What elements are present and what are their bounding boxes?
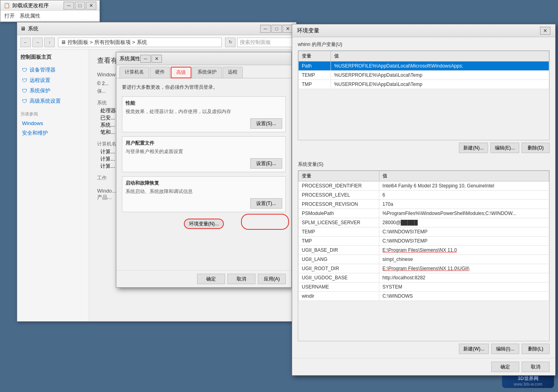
- envvar-title: 环境变量: [297, 27, 319, 34]
- sidebar-item-device-manager[interactable]: 🛡 设备管理器: [20, 65, 86, 75]
- tab-protection[interactable]: 系统保护: [192, 67, 222, 78]
- menu-sysprop[interactable]: 系统属性: [20, 12, 40, 20]
- nav-forward-btn[interactable]: →: [32, 38, 43, 47]
- cp-navbar: ← → ↑ 🖥 控制面板 > 所有控制面板项 > 系统 ↻ 搜索控制面板: [17, 35, 296, 50]
- table-row[interactable]: PROCESSOR_IDENTIFIERIntel64 Family 6 Mod…: [299, 181, 549, 191]
- env-vars-btn[interactable]: 环境变量(N)...: [184, 219, 224, 229]
- sidebar-item-windows[interactable]: Windows: [20, 119, 86, 128]
- performance-settings-btn[interactable]: 设置(S)...: [250, 118, 282, 129]
- sysprop-titlebar: 系统属性 ─ ✕: [116, 52, 291, 65]
- sysprop-minimize-btn[interactable]: ─: [140, 55, 151, 63]
- programs-close-btn[interactable]: ✕: [86, 2, 96, 10]
- sys-var-name: UGII_ROOT_DIR: [299, 264, 379, 273]
- userprofile-desc: 与登录账户相关的桌面设置: [126, 148, 282, 155]
- table-row[interactable]: UGII_LANGsimpl_chinese: [299, 255, 549, 264]
- user-edit-btn[interactable]: 编辑(E)...: [490, 143, 519, 153]
- table-row[interactable]: UGII_UGDOC_BASEhttp://localhost:8282: [299, 273, 549, 283]
- table-row[interactable]: TEMP%USERPROFILE%\AppData\Local\Temp: [299, 71, 549, 80]
- performance-title: 性能: [126, 100, 282, 107]
- table-row[interactable]: TEMPC:\WINDOWS\TEMP: [299, 227, 549, 237]
- user-col-name: 变量: [299, 51, 331, 62]
- sys-col-name: 变量: [299, 171, 379, 181]
- sys-delete-btn[interactable]: 删除(L): [522, 344, 550, 354]
- programs-minimize-btn[interactable]: ─: [64, 2, 74, 10]
- user-var-name: TEMP: [299, 71, 331, 80]
- envvar-titlebar: 环境变量 ✕: [292, 24, 555, 37]
- user-btn-row: 新建(N)... 编辑(E)... 删除(D): [298, 143, 550, 153]
- user-var-value: %USERPROFILE%\AppData\Local\Temp: [331, 71, 549, 80]
- tab-hardware[interactable]: 硬件: [150, 67, 170, 78]
- sys-new-btn[interactable]: 新建(W)...: [459, 344, 489, 354]
- sidebar-item-advanced[interactable]: 🛡 高级系统设置: [20, 96, 86, 106]
- sidebar-item-protection[interactable]: 🛡 系统保护: [20, 86, 86, 96]
- sys-var-name: PROCESSOR_IDENTIFIER: [299, 181, 379, 191]
- envvar-dialog: 环境变量 ✕ whinn 的用户变量(U) 变量 值 Path%USERPROF…: [292, 24, 556, 376]
- table-row[interactable]: Path%USERPROFILE%\AppData\Local\Microsof…: [299, 62, 549, 71]
- advanced-icon: 🛡: [22, 98, 27, 104]
- sys-btn-row: 新建(W)... 编辑(I)... 删除(L): [298, 344, 550, 354]
- cp-maximize-btn[interactable]: □: [271, 25, 282, 33]
- table-row[interactable]: SPLM_LICENSE_SERVER28000@█████: [299, 218, 549, 227]
- sidebar-item-device-manager-label: 设备管理器: [30, 66, 56, 74]
- programs-menu: 打开 系统属性: [0, 11, 100, 21]
- table-row[interactable]: USERNAMESYSTEM: [299, 283, 549, 292]
- device-manager-icon: 🛡: [22, 67, 27, 73]
- sidebar-windows-label: Windows: [22, 120, 43, 126]
- user-vars-table-wrapper: 变量 值 Path%USERPROFILE%\AppData\Local\Mic…: [298, 50, 550, 140]
- sysprop-close-btn[interactable]: ✕: [151, 55, 162, 63]
- programs-maximize-btn[interactable]: □: [75, 2, 85, 10]
- envvar-ok-btn[interactable]: 确定: [491, 362, 519, 372]
- table-row[interactable]: PROCESSOR_LEVEL6: [299, 191, 549, 200]
- sys-var-value: %ProgramFiles%\WindowsPowerShell\Modules…: [379, 209, 549, 218]
- user-delete-btn[interactable]: 删除(D): [522, 143, 550, 153]
- search-box[interactable]: 搜索控制面板: [237, 38, 293, 47]
- nav-up-btn[interactable]: ↑: [44, 38, 55, 47]
- programs-title: 卸载或更改程序: [12, 2, 49, 9]
- sys-var-name: USERNAME: [299, 283, 379, 292]
- table-row[interactable]: UGII_BASE_DIRE:\Program Files\Siemens\NX…: [299, 246, 549, 255]
- user-var-value: %USERPROFILE%\AppData\Local\Temp: [331, 80, 549, 89]
- user-var-name: TMP: [299, 80, 331, 89]
- sysprop-footer: 确定 取消 应用(A): [116, 270, 291, 287]
- table-row[interactable]: windirC:\WINDOWS: [299, 292, 549, 301]
- sys-var-value: simpl_chinese: [379, 255, 549, 264]
- table-row[interactable]: TMPC:\WINDOWS\TEMP: [299, 237, 549, 246]
- user-new-btn[interactable]: 新建(N)...: [459, 143, 488, 153]
- tab-remote[interactable]: 远程: [223, 67, 243, 78]
- table-row[interactable]: PSModulePath%ProgramFiles%\WindowsPowerS…: [299, 209, 549, 218]
- table-row[interactable]: TMP%USERPROFILE%\AppData\Local\Temp: [299, 80, 549, 89]
- table-row[interactable]: UGII_ROOT_DIRE:\Program Files\Siemens\NX…: [299, 264, 549, 273]
- startup-settings-btn[interactable]: 设置(T)...: [250, 198, 282, 209]
- sys-var-name: UGII_UGDOC_BASE: [299, 273, 379, 283]
- breadcrumb-text: 控制面板 > 所有控制面板项 > 系统: [68, 39, 147, 46]
- sidebar-item-security[interactable]: 安全和维护: [20, 128, 86, 138]
- sidebar-item-advanced-label: 高级系统设置: [30, 98, 61, 105]
- envvar-close-btn[interactable]: ✕: [540, 27, 550, 35]
- sys-edit-btn[interactable]: 编辑(I)...: [491, 344, 519, 354]
- tab-advanced[interactable]: 高级: [171, 67, 191, 78]
- envvar-cancel-btn[interactable]: 取消: [522, 362, 550, 372]
- sys-var-value: E:\Program Files\Siemens\NX 11.0\UGII\: [379, 264, 549, 273]
- sysprop-apply-btn[interactable]: 应用(A): [258, 274, 286, 284]
- tab-computer-name[interactable]: 计算机名: [120, 67, 149, 78]
- nav-refresh-btn[interactable]: ↻: [225, 38, 235, 47]
- nav-back-btn[interactable]: ←: [20, 38, 31, 47]
- sidebar-security-label: 安全和维护: [22, 129, 48, 137]
- sysprop-body: 要进行大多数更改，你必须作为管理员登录。 性能 视觉效果，处理器计划，内存使用，…: [116, 78, 291, 270]
- startup-title: 启动和故障恢复: [126, 180, 282, 187]
- sysprop-cancel-btn[interactable]: 取消: [227, 274, 255, 284]
- sidebar-title: 控制面板主页: [20, 54, 86, 61]
- menu-open[interactable]: 打开: [4, 12, 15, 20]
- sys-var-value: C:\WINDOWS\TEMP: [379, 237, 549, 246]
- table-row[interactable]: PROCESSOR_REVISION170a: [299, 200, 549, 209]
- sysprop-ok-btn[interactable]: 确定: [197, 274, 225, 284]
- userprofile-settings-btn[interactable]: 设置(E)...: [250, 158, 282, 169]
- user-vars-section: whinn 的用户变量(U) 变量 值 Path%USERPROFILE%\Ap…: [292, 37, 555, 157]
- sys-var-value: Intel64 Family 6 Model 23 Stepping 10, G…: [379, 181, 549, 191]
- sidebar-item-remote[interactable]: 🛡 远程设置: [20, 75, 86, 86]
- cp-minimize-btn[interactable]: ─: [260, 25, 271, 33]
- sys-col-value: 值: [379, 171, 549, 181]
- sys-var-value: 28000@█████: [379, 218, 549, 227]
- sys-var-name: windir: [299, 292, 379, 301]
- also-see-section: 另请参阅 Windows 安全和维护: [20, 111, 86, 138]
